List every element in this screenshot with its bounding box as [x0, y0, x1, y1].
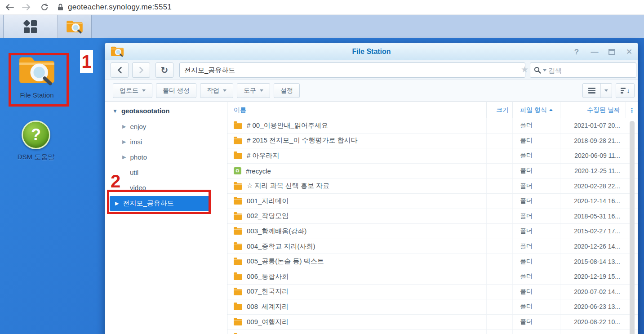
path-field[interactable]: 전지모_공유하드 [179, 62, 525, 78]
table-row[interactable]: 006_통합사회 폴더 2020-12-19 15... [227, 269, 638, 285]
tree-item-enjoy[interactable]: ▶ enjoy [105, 119, 227, 134]
browser-forward-icon[interactable] [20, 1, 33, 13]
column-header-name[interactable]: 이름 [227, 102, 486, 118]
desktop-icon-file-station[interactable]: File Station [8, 54, 66, 99]
table-row[interactable]: 005_공통(논술 등) 텍스트 폴더 2015-08-14 13... [227, 254, 638, 269]
refresh-icon: ↻ [161, 66, 169, 75]
table-row[interactable]: 008_세계지리 폴더 2020-06-23 13... [227, 299, 638, 315]
desktop-icon-dsm-help[interactable]: ? DSM 도움말 [7, 120, 65, 161]
search-box[interactable] [530, 62, 636, 78]
address-bar[interactable]: geoteacher.synology.me:5551 [58, 3, 172, 12]
search-input[interactable] [548, 67, 632, 74]
window-maximize-button[interactable] [608, 49, 615, 55]
taskbar-edge [0, 15, 4, 38]
lock-icon [58, 4, 63, 11]
nav-forward-button[interactable] [132, 62, 150, 78]
window-close-button[interactable]: ✕ [625, 48, 633, 56]
view-mode-caret-icon[interactable] [601, 84, 612, 98]
search-icon [534, 67, 541, 74]
current-path: 전지모_공유하드 [184, 66, 235, 75]
sort-icon [621, 88, 626, 94]
tree-item-shared-drive-selected[interactable]: ▶ 전지모_공유하드 [110, 196, 210, 211]
list-view-icon[interactable] [583, 84, 601, 98]
table-row[interactable]: 003_함께배움(강좌) 폴더 2015-02-27 17... [227, 224, 638, 239]
file-station-icon [18, 54, 56, 86]
table-row[interactable]: 007_한국지리 폴더 2020-07-02 14... [227, 285, 638, 300]
action-menu-button[interactable]: 작업 [200, 83, 233, 98]
expand-triangle-icon[interactable]: ▶ [122, 154, 126, 160]
table-row[interactable]: # 2015 전지모_이 수행평가로 합시다 폴더 2018-09-28 21.… [227, 134, 638, 149]
action-toolbar: 업로드 폴더 생성 작업 도구 설정 ↓ [105, 80, 638, 102]
expand-triangle-icon[interactable]: ▶ [122, 139, 126, 145]
file-station-icon [66, 19, 83, 34]
folder-icon [234, 304, 242, 310]
tools-menu-button[interactable]: 도구 [237, 83, 270, 98]
folder-icon [234, 198, 242, 205]
folder-icon [234, 138, 242, 144]
file-list: 이름 크기 파일 형식 수정된 날짜 ⋮ # 00_이용안내_읽어주세요 폴더 … [227, 102, 638, 334]
file-list-header: 이름 크기 파일 형식 수정된 날짜 ⋮ [227, 102, 638, 118]
dsm-taskbar [0, 14, 644, 39]
folder-icon [234, 274, 242, 280]
sort-button[interactable]: ↓ [616, 83, 635, 98]
tree-item-util[interactable]: util [105, 165, 227, 180]
folder-icon [234, 259, 242, 265]
create-folder-button[interactable]: 폴더 생성 [156, 83, 196, 98]
folder-icon [234, 214, 242, 220]
tree-item-root[interactable]: ▼ geotasootation [105, 103, 227, 119]
browser-back-icon[interactable] [3, 1, 16, 13]
favorite-star-icon[interactable]: ★ [521, 64, 529, 75]
folder-icon [234, 244, 242, 250]
folder-icon [234, 183, 242, 190]
tree-item-video[interactable]: video [105, 180, 227, 195]
column-header-date[interactable]: 수정된 날짜 [560, 102, 626, 118]
window-titlebar[interactable]: File Station ? — ✕ [105, 43, 638, 60]
folder-icon [234, 228, 242, 235]
vertical-scrollbar[interactable] [630, 121, 635, 334]
window-title: File Station [105, 43, 638, 60]
tree-item-imsi[interactable]: ▶ imsi [105, 134, 227, 149]
folder-icon [234, 289, 242, 295]
table-row[interactable]: 001_지리데이 폴더 2020-12-14 16... [227, 194, 638, 209]
help-icon: ? [22, 120, 50, 149]
table-row[interactable]: 004_중학교 지리(사회) 폴더 2020-12-26 14... [227, 239, 638, 254]
table-row[interactable]: # 아우라지 폴더 2020-06-09 11... [227, 148, 638, 164]
window-help-button[interactable]: ? [573, 48, 581, 56]
nav-refresh-button[interactable]: ↻ [155, 62, 173, 78]
window-minimize-button[interactable]: — [591, 48, 599, 56]
file-station-window: File Station ? — ✕ ↻ 전지모_공유하드 ★ [105, 43, 638, 334]
main-menu-button[interactable] [4, 15, 58, 38]
sort-arrow-icon: ↓ [627, 88, 630, 94]
table-row[interactable]: ☆ 지리 과목 선택 홍보 자료 폴더 2020-02-28 22... [227, 178, 638, 194]
chevron-down-icon [142, 89, 146, 92]
folder-icon [234, 123, 242, 129]
desktop-icon-label: DSM 도움말 [7, 153, 65, 161]
folder-icon [234, 319, 242, 325]
upload-button[interactable]: 업로드 [113, 83, 152, 98]
taskbar-file-station-button[interactable] [58, 15, 92, 38]
settings-button[interactable]: 설정 [274, 83, 300, 98]
nav-back-button[interactable] [111, 62, 129, 78]
expand-triangle-icon[interactable]: ▶ [122, 124, 126, 129]
sort-ascending-icon [549, 109, 553, 111]
chevron-down-icon [260, 89, 263, 92]
column-header-size[interactable]: 크기 [486, 102, 512, 118]
search-options-caret-icon[interactable] [543, 69, 546, 71]
folder-icon [234, 153, 242, 159]
table-row[interactable]: 009_여행지리 폴더 2020-08-22 10... [227, 315, 638, 330]
column-header-type[interactable]: 파일 형식 [512, 102, 560, 118]
folder-tree: ▼ geotasootation ▶ enjoy ▶ imsi ▶ photo … [105, 102, 227, 334]
expand-triangle-icon[interactable]: ▶ [115, 200, 119, 206]
tree-item-photo[interactable]: ▶ photo [105, 149, 227, 165]
table-row[interactable]: # 00_이용안내_읽어주세요 폴더 2021-01-07 20... [227, 118, 638, 134]
column-options-icon[interactable]: ⋮ [626, 102, 638, 118]
navigation-bar: ↻ 전지모_공유하드 ★ [105, 60, 638, 80]
table-row[interactable]: 002_작당모임 폴더 2018-05-31 16... [227, 209, 638, 224]
table-row[interactable]: ♻#recycle 폴더 2020-12-25 11... [227, 164, 638, 179]
main-menu-icon [24, 20, 37, 33]
browser-refresh-icon[interactable] [38, 1, 51, 13]
collapse-triangle-icon[interactable]: ▼ [112, 108, 118, 114]
view-mode-button[interactable] [582, 83, 612, 98]
browser-toolbar: geoteacher.synology.me:5551 [0, 0, 644, 14]
table-row[interactable] [227, 330, 638, 334]
